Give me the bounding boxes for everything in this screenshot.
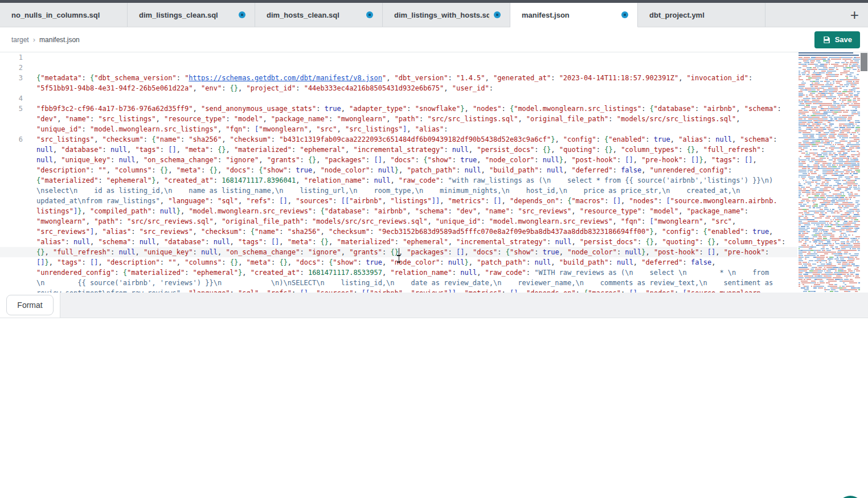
tab-label: no_nulls_in_columns.sql [11,11,118,19]
line-number: 4 [0,93,23,104]
code-line-text: "description": "", "columns": {}, "meta"… [23,165,732,175]
code-line-text: updated_at\nfrom raw_listings", "languag… [23,196,777,206]
scrollbar-thumb[interactable] [861,53,867,71]
code-line-text: \nselect\n id as listing_id,\n name as l… [23,186,740,196]
tab-label: dim_hosts_clean.sql [267,11,362,19]
code-line-text: {"metadata": {"dbt_schema_version": "htt… [23,73,752,83]
breadcrumb: target › manifest.json [11,35,80,44]
code-area[interactable]: 123{"metadata": {"dbt_schema_version": "… [0,52,797,293]
unsaved-indicator-icon [621,11,628,18]
code-line[interactable]: "description": "", "columns": {}, "meta"… [0,165,797,175]
code-line-text: "dev", "name": "src_listings", "resource… [23,114,740,124]
code-line-text: "src_listings", "checksum": {"name": "sh… [23,134,777,145]
code-line[interactable]: 4 [0,93,797,104]
line-number [0,247,23,257]
code-line-text: {"materialized": "ephemeral"}, "created_… [23,175,773,186]
format-cell: Format [0,293,60,318]
code-line[interactable]: "dev", "name": "src_listings", "resource… [0,114,797,124]
line-number: 1 [0,52,23,63]
line-number: 3 [0,73,23,83]
tab-dim_listings_with_hosts-sql[interactable]: dim_listings_with_hosts.sql [383,3,510,27]
code-line-text: []}, "tags": [], "description": "", "col… [23,257,715,267]
line-number [0,267,23,278]
editor-scrollbar[interactable] [860,52,868,293]
text-caret [399,248,400,257]
footer-bar-filler [60,293,868,318]
code-line-text: "5f51bb91-94b8-4e31-94f2-26b5e061d22a", … [23,83,493,93]
line-number [0,257,23,267]
tab-label: dim_listings_clean.sql [139,11,234,19]
line-number: 6 [0,134,23,145]
code-line-text: "mwonglearn", "path": "src/src_reviews.s… [23,216,736,227]
code-line[interactable]: "unrendered_config": {"materialized": "e… [0,267,797,278]
code-line[interactable]: null, "database": null, "tags": [], "met… [0,145,797,155]
code-line[interactable]: updated_at\nfrom raw_listings", "languag… [0,196,797,206]
code-line-text [23,52,36,63]
save-icon [822,36,830,44]
code-line[interactable]: \n {{ source('airbnb', 'reviews') }}\n \… [0,278,797,288]
tab-label: dim_listings_with_hosts.sql [394,11,489,19]
line-number [0,145,23,155]
line-number [0,237,23,247]
tab-no_nulls_in_columns-sql[interactable]: no_nulls_in_columns.sql [0,3,128,27]
tab-dim_hosts_clean-sql[interactable]: dim_hosts_clean.sql [255,3,383,27]
code-line[interactable]: 1 [0,52,797,63]
code-line-text [23,93,36,104]
tab-dbt_project-yml[interactable]: dbt_project.yml [638,3,765,27]
code-line-text: \n {{ source('airbnb', 'reviews') }}\n \… [23,278,773,288]
code-line-text: null, "database": null, "tags": [], "met… [23,145,765,155]
line-number: 5 [0,104,23,114]
line-number [0,196,23,206]
line-number [0,216,23,227]
code-line[interactable]: 6"src_listings", "checksum": {"name": "s… [0,134,797,145]
code-line[interactable]: null, "unique_key": null, "on_schema_cha… [0,155,797,165]
code-line[interactable]: review_sentiment\nfrom raw_reviews", "la… [0,288,797,293]
line-number [0,114,23,124]
line-number [0,175,23,186]
code-editor[interactable]: 123{"metadata": {"dbt_schema_version": "… [0,52,868,293]
tab-manifest-json[interactable]: manifest.json [510,3,638,27]
tab-bar-filler [765,3,841,27]
line-number [0,227,23,237]
tab-label: manifest.json [522,11,617,19]
code-line[interactable]: "5f51bb91-94b8-4e31-94f2-26b5e061d22a", … [0,83,797,93]
line-number: 2 [0,63,23,73]
line-number [0,83,23,93]
code-line-text: {}, "full_refresh": null, "unique_key": … [23,247,769,257]
code-line[interactable]: 5"fbb9f3c2-cf96-4a17-b736-976a62d35ff9",… [0,104,797,114]
code-line[interactable]: "alias": null, "schema": null, "database… [0,237,797,247]
ide-window: no_nulls_in_columns.sqldim_listings_clea… [0,0,868,498]
code-line-text: "alias": null, "schema": null, "database… [23,237,785,247]
unsaved-indicator-icon [366,11,373,18]
tab-dim_listings_clean-sql[interactable]: dim_listings_clean.sql [128,3,255,27]
code-line[interactable]: "mwonglearn", "path": "src/src_reviews.s… [0,216,797,227]
line-number [0,288,23,293]
results-panel [0,318,868,498]
breadcrumb-folder: target [11,36,29,44]
format-button[interactable]: Format [6,295,53,315]
unsaved-indicator-icon [494,11,501,18]
code-line[interactable]: {"materialized": "ephemeral"}, "created_… [0,175,797,186]
code-line-text: review_sentiment\nfrom raw_reviews", "la… [23,288,765,293]
line-number [0,206,23,216]
line-number [0,124,23,134]
save-button[interactable]: Save [814,31,860,48]
help-fab-button[interactable] [838,496,863,498]
code-line[interactable]: listings"]}, "compiled_path": null}, "mo… [0,206,797,216]
code-line[interactable]: 2 [0,63,797,73]
code-line[interactable]: "unique_id": "model.mwonglearn.src_listi… [0,124,797,134]
tab-label: dbt_project.yml [649,11,756,19]
code-line[interactable]: "src_reviews"], "alias": "src_reviews", … [0,227,797,237]
line-number [0,155,23,165]
chevron-right-icon: › [33,35,35,44]
code-line[interactable]: []}, "tags": [], "description": "", "col… [0,257,797,267]
minimap[interactable] [799,52,860,293]
new-tab-button[interactable]: + [841,3,868,27]
tab-strip: no_nulls_in_columns.sqldim_listings_clea… [0,3,765,27]
code-line[interactable]: \nselect\n id as listing_id,\n name as l… [0,186,797,196]
code-line[interactable]: 3{"metadata": {"dbt_schema_version": "ht… [0,73,797,83]
code-line-text: null, "unique_key": null, "on_schema_cha… [23,155,757,165]
save-button-label: Save [835,35,852,44]
tab-bar: no_nulls_in_columns.sqldim_listings_clea… [0,3,868,27]
code-line-text [23,63,36,73]
